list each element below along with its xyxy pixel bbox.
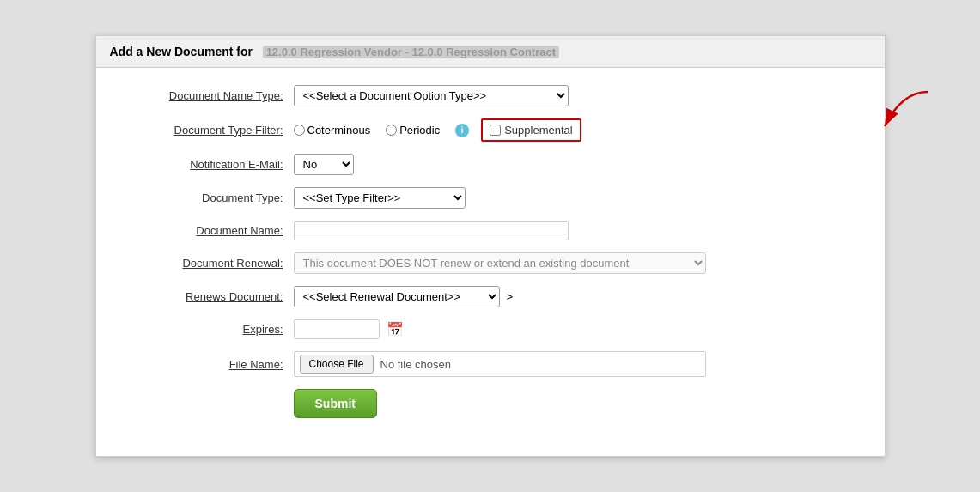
periodic-text: Periodic	[399, 124, 440, 137]
document-type-filter-control: Coterminous Periodic i Supplemental	[294, 118, 850, 142]
supplemental-checkbox[interactable]	[490, 125, 501, 136]
choose-file-button[interactable]: Choose File	[300, 355, 374, 374]
info-icon[interactable]: i	[455, 124, 469, 137]
document-type-filter-row: Document Type Filter: Coterminous Period…	[122, 118, 859, 142]
submit-button[interactable]: Submit	[294, 389, 377, 418]
document-renewal-control: This document DOES NOT renew or extend a…	[294, 252, 859, 274]
page-wrapper: Add a New Document for 12.0.0 Regression…	[0, 0, 980, 492]
expires-row: Expires: 📅	[122, 319, 859, 339]
modal-title-prefix: Add a New Document for	[110, 45, 253, 58]
document-name-input[interactable]	[294, 221, 569, 240]
renews-document-row: Renews Document: <<Select Renewal Docume…	[122, 286, 859, 307]
modal-header: Add a New Document for 12.0.0 Regression…	[96, 36, 885, 68]
coterminous-radio[interactable]	[294, 125, 305, 136]
file-name-control: Choose File No file chosen	[294, 351, 859, 377]
document-name-type-row: Document Name Type: <<Select a Document …	[122, 85, 859, 106]
modal-dialog: Add a New Document for 12.0.0 Regression…	[95, 35, 886, 457]
file-name-label: File Name:	[122, 358, 294, 371]
notification-email-select[interactable]: No	[294, 154, 354, 175]
document-renewal-row: Document Renewal: This document DOES NOT…	[122, 252, 859, 274]
document-name-row: Document Name:	[122, 221, 859, 240]
document-name-control	[294, 221, 859, 240]
file-name-row: File Name: Choose File No file chosen	[122, 351, 859, 377]
modal-body: Document Name Type: <<Select a Document …	[96, 68, 885, 456]
notification-email-control: No	[294, 154, 859, 175]
document-renewal-label: Document Renewal:	[122, 257, 294, 270]
supplemental-label: Supplemental	[504, 124, 573, 137]
calendar-icon[interactable]: 📅	[387, 321, 404, 337]
periodic-radio[interactable]	[386, 125, 397, 136]
file-input-wrapper: Choose File No file chosen	[294, 351, 706, 377]
notification-email-label: Notification E-Mail:	[122, 158, 294, 171]
periodic-radio-label[interactable]: Periodic	[386, 124, 440, 137]
renews-document-label: Renews Document:	[122, 290, 294, 303]
document-name-label: Document Name:	[122, 224, 294, 237]
document-type-filter-label: Document Type Filter:	[122, 124, 294, 137]
document-type-select[interactable]: <<Set Type Filter>>	[294, 187, 466, 209]
notification-email-row: Notification E-Mail: No	[122, 154, 859, 175]
document-type-row: Document Type: <<Set Type Filter>>	[122, 187, 859, 209]
supplemental-box: Supplemental	[481, 118, 581, 142]
expires-input[interactable]	[294, 319, 380, 339]
submit-row: Submit	[122, 389, 859, 418]
document-name-type-select[interactable]: <<Select a Document Option Type>>	[294, 85, 569, 106]
renews-document-select[interactable]: <<Select Renewal Document>>	[294, 286, 500, 307]
document-name-type-control: <<Select a Document Option Type>>	[294, 85, 859, 106]
no-file-text: No file chosen	[380, 358, 451, 371]
red-arrow-svg	[867, 88, 936, 148]
document-type-control: <<Set Type Filter>>	[294, 187, 859, 209]
document-renewal-select[interactable]: This document DOES NOT renew or extend a…	[294, 252, 706, 274]
document-type-label: Document Type:	[122, 191, 294, 204]
coterminous-text: Coterminous	[307, 124, 371, 137]
expires-label: Expires:	[122, 323, 294, 336]
expires-control: 📅	[294, 319, 859, 339]
renews-document-control: <<Select Renewal Document>>>	[294, 286, 859, 307]
coterminous-radio-label[interactable]: Coterminous	[294, 124, 371, 137]
document-name-type-label: Document Name Type:	[122, 89, 294, 102]
modal-title-blurred: 12.0.0 Regression Vendor - 12.0.0 Regres…	[263, 46, 559, 58]
